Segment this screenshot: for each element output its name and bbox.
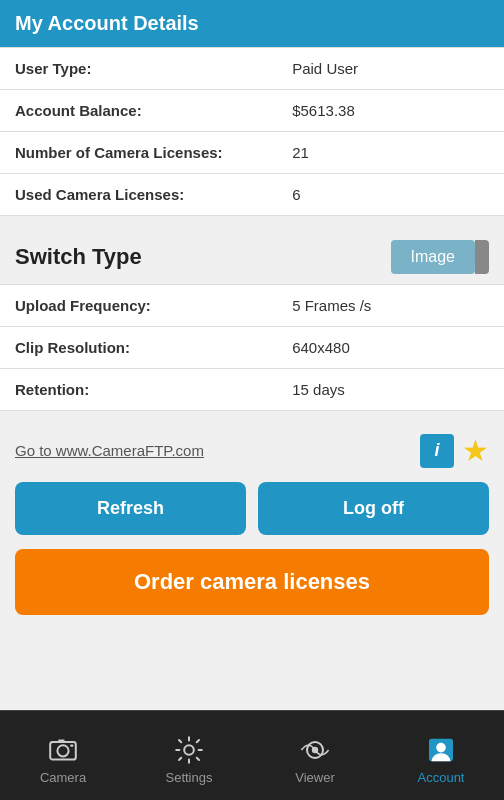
svg-point-8 <box>436 743 446 753</box>
bottom-navigation: Camera Settings Viewer Account <box>0 710 504 800</box>
link-row: Go to www.CameraFTP.com i ★ <box>0 427 504 482</box>
nav-label-account: Account <box>418 770 465 785</box>
viewer-nav-icon <box>299 734 331 766</box>
image-button[interactable]: Image <box>391 240 475 274</box>
account-row-value: $5613.38 <box>277 90 504 132</box>
settings-row: Retention: 15 days <box>0 369 504 411</box>
cameraftp-link[interactable]: Go to www.CameraFTP.com <box>15 442 204 459</box>
account-row-label: Number of Camera Licenses: <box>0 132 277 174</box>
settings-row-label: Upload Frequency: <box>0 285 277 327</box>
action-buttons-row: Refresh Log off <box>0 482 504 549</box>
switch-type-label: Switch Type <box>15 244 142 270</box>
page-title: My Account Details <box>15 12 489 35</box>
account-row: Account Balance: $5613.38 <box>0 90 504 132</box>
header: My Account Details <box>0 0 504 47</box>
settings-row-value: 15 days <box>277 369 504 411</box>
refresh-button[interactable]: Refresh <box>15 482 246 535</box>
settings-row-label: Retention: <box>0 369 277 411</box>
account-details-table: User Type: Paid User Account Balance: $5… <box>0 47 504 216</box>
main-content: User Type: Paid User Account Balance: $5… <box>0 47 504 625</box>
settings-row: Upload Frequency: 5 Frames /s <box>0 285 504 327</box>
nav-item-settings[interactable]: Settings <box>126 711 252 800</box>
nav-item-camera[interactable]: Camera <box>0 711 126 800</box>
settings-row-value: 5 Frames /s <box>277 285 504 327</box>
logoff-button[interactable]: Log off <box>258 482 489 535</box>
account-nav-icon <box>425 734 457 766</box>
svg-point-4 <box>184 745 194 755</box>
settings-nav-icon <box>173 734 205 766</box>
account-row-label: Account Balance: <box>0 90 277 132</box>
settings-row: Clip Resolution: 640x480 <box>0 327 504 369</box>
order-licenses-button[interactable]: Order camera licenses <box>15 549 489 615</box>
camera-nav-icon <box>47 734 79 766</box>
nav-label-camera: Camera <box>40 770 86 785</box>
svg-rect-3 <box>70 744 73 746</box>
nav-item-account[interactable]: Account <box>378 711 504 800</box>
svg-rect-2 <box>58 740 64 743</box>
settings-table: Upload Frequency: 5 Frames /s Clip Resol… <box>0 284 504 411</box>
star-icon[interactable]: ★ <box>462 433 489 468</box>
nav-label-viewer: Viewer <box>295 770 335 785</box>
nav-label-settings: Settings <box>166 770 213 785</box>
svg-point-1 <box>57 745 68 756</box>
account-row-label: Used Camera Licenses: <box>0 174 277 216</box>
account-row: User Type: Paid User <box>0 48 504 90</box>
info-icon[interactable]: i <box>420 434 454 468</box>
account-row-value: 6 <box>277 174 504 216</box>
link-icons: i ★ <box>420 433 489 468</box>
account-row: Number of Camera Licenses: 21 <box>0 132 504 174</box>
nav-item-viewer[interactable]: Viewer <box>252 711 378 800</box>
account-row: Used Camera Licenses: 6 <box>0 174 504 216</box>
account-row-value: Paid User <box>277 48 504 90</box>
switch-type-section: Switch Type Image ▼ <box>0 232 504 284</box>
account-row-label: User Type: <box>0 48 277 90</box>
settings-row-label: Clip Resolution: <box>0 327 277 369</box>
account-row-value: 21 <box>277 132 504 174</box>
settings-row-value: 640x480 <box>277 327 504 369</box>
